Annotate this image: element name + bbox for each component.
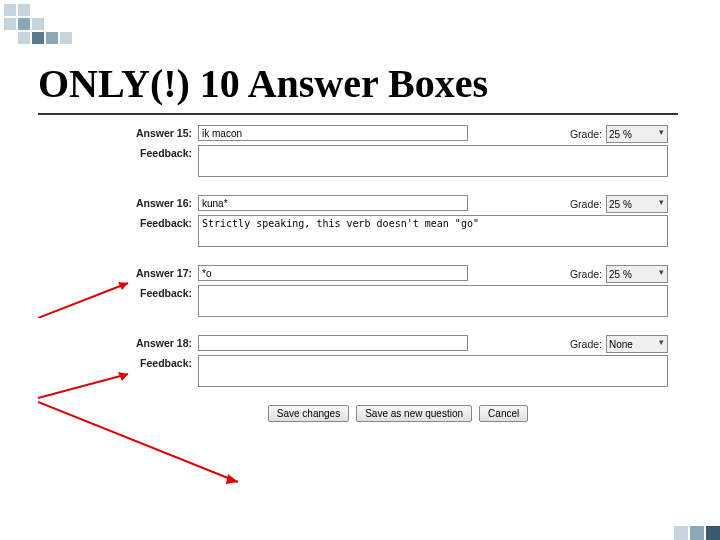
feedback-label: Feedback: [128, 215, 198, 231]
feedback-16-input[interactable] [198, 215, 668, 247]
answer-18-input[interactable] [198, 335, 468, 351]
footer-decoration [672, 526, 720, 540]
svg-marker-3 [118, 372, 128, 381]
svg-marker-1 [118, 282, 128, 290]
svg-line-2 [38, 374, 128, 398]
answer-block-16: Answer 16: Grade: Feedback: [128, 195, 668, 247]
grade-18-select[interactable] [606, 335, 668, 353]
answer-label: Answer 15: [128, 125, 198, 141]
grade-16-select[interactable] [606, 195, 668, 213]
save-changes-button[interactable]: Save changes [268, 405, 349, 422]
grade-label: Grade: [570, 128, 602, 140]
slide-title: ONLY(!) 10 Answer Boxes [38, 60, 678, 115]
grade-label: Grade: [570, 338, 602, 350]
answer-label: Answer 17: [128, 265, 198, 281]
grade-label: Grade: [570, 268, 602, 280]
answer-block-18: Answer 18: Grade: Feedback: [128, 335, 668, 387]
answer-block-15: Answer 15: Grade: Feedback: [128, 125, 668, 177]
arrow-annotation-2 [38, 370, 138, 400]
answer-label: Answer 18: [128, 335, 198, 351]
answer-16-input[interactable] [198, 195, 468, 211]
feedback-label: Feedback: [128, 355, 198, 371]
svg-marker-5 [226, 474, 238, 484]
answer-block-17: Answer 17: Grade: Feedback: [128, 265, 668, 317]
cancel-button[interactable]: Cancel [479, 405, 528, 422]
feedback-17-input[interactable] [198, 285, 668, 317]
answer-form: Answer 15: Grade: Feedback: Answer 16: G… [128, 125, 668, 422]
grade-label: Grade: [570, 198, 602, 210]
feedback-label: Feedback: [128, 285, 198, 301]
button-row: Save changes Save as new question Cancel [128, 405, 668, 422]
corner-decoration [4, 4, 72, 44]
arrow-annotation-1 [38, 278, 138, 318]
grade-17-select[interactable] [606, 265, 668, 283]
answer-label: Answer 16: [128, 195, 198, 211]
feedback-15-input[interactable] [198, 145, 668, 177]
grade-15-select[interactable] [606, 125, 668, 143]
svg-line-0 [38, 283, 128, 318]
answer-15-input[interactable] [198, 125, 468, 141]
save-as-new-button[interactable]: Save as new question [356, 405, 472, 422]
feedback-18-input[interactable] [198, 355, 668, 387]
answer-17-input[interactable] [198, 265, 468, 281]
feedback-label: Feedback: [128, 145, 198, 161]
